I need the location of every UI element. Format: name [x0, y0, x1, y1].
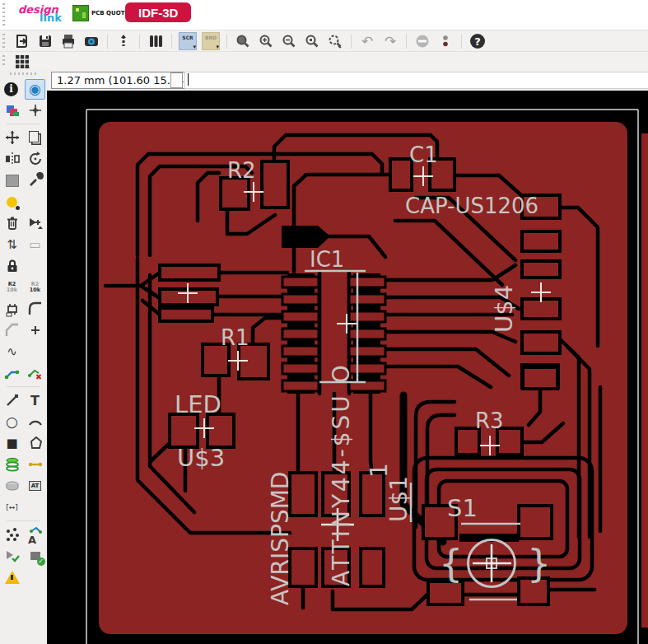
- signal-tool[interactable]: [26, 455, 44, 474]
- pinswap-tool[interactable]: ⇅: [2, 236, 21, 254]
- rect-tool[interactable]: ■: [2, 434, 21, 453]
- library-manager-button[interactable]: [145, 31, 166, 51]
- command-history-box[interactable]: [170, 72, 183, 88]
- zoom-redraw-button[interactable]: [324, 31, 346, 51]
- replace-tool[interactable]: ▭: [26, 236, 44, 254]
- drc-tool[interactable]: [26, 547, 44, 566]
- command-input[interactable]: [184, 72, 648, 89]
- zoom-in-icon: [258, 33, 274, 49]
- erc-tool[interactable]: [2, 547, 21, 566]
- label-r3: R3: [475, 408, 504, 433]
- label-pin1: 1: [366, 463, 393, 478]
- print-button[interactable]: [58, 31, 79, 51]
- name-tool[interactable]: R210k: [2, 278, 21, 297]
- attribute-tool[interactable]: AT: [26, 477, 44, 496]
- wire-tool[interactable]: [2, 391, 21, 410]
- grid-button[interactable]: [12, 52, 33, 72]
- zoom-out-button[interactable]: [278, 31, 300, 51]
- zoom-fit-icon: [235, 33, 251, 49]
- camera-icon: [83, 33, 100, 49]
- ratsnest-tool[interactable]: [2, 525, 21, 544]
- label-u3: U$3: [177, 444, 225, 472]
- ripup-icon: [27, 365, 44, 381]
- label-r2: R2: [227, 158, 256, 183]
- sidebar-drag-handle[interactable]: [10, 72, 37, 75]
- board-switch-button[interactable]: BRD▾: [200, 31, 221, 51]
- copy-tool[interactable]: [26, 128, 44, 147]
- rotate-icon: [27, 151, 44, 167]
- cut-icon: [7, 197, 17, 208]
- smash-icon: [4, 301, 21, 317]
- move-tool[interactable]: [2, 128, 21, 147]
- use-library-button[interactable]: [113, 31, 134, 51]
- toolbar-drag-handle[interactable]: [2, 3, 5, 26]
- design-link-logo[interactable]: design link: [18, 3, 68, 26]
- zoom-fit-button[interactable]: [232, 31, 254, 51]
- delete-tool[interactable]: [2, 214, 21, 233]
- group-tool[interactable]: [2, 171, 21, 190]
- errors-tool[interactable]: [2, 568, 21, 587]
- add-part-tool[interactable]: [26, 214, 44, 233]
- stop-button[interactable]: [412, 31, 433, 51]
- open-button[interactable]: [12, 31, 33, 51]
- zoom-in-button[interactable]: [255, 31, 277, 51]
- circle-tool[interactable]: ○: [2, 413, 21, 432]
- help-icon: ?: [470, 34, 485, 49]
- redo-icon: ↷: [385, 33, 396, 49]
- zoom-select-button[interactable]: [301, 31, 323, 51]
- idf-3d-button[interactable]: IDF-3D: [125, 2, 191, 22]
- zoom-out-icon: [281, 33, 297, 49]
- route-tool[interactable]: [2, 364, 21, 383]
- script-chip: SCR▾: [179, 32, 197, 50]
- export-image-button[interactable]: [81, 31, 102, 51]
- miter-icon: [27, 301, 44, 317]
- mirror-tool[interactable]: [2, 150, 21, 169]
- cut-tool[interactable]: [2, 193, 21, 212]
- s1-bracket-left: {: [439, 541, 463, 586]
- zoom-redraw-icon: [327, 33, 343, 49]
- eye-icon: ◉: [29, 81, 41, 97]
- optimize-tool[interactable]: [26, 321, 44, 340]
- mark-tool[interactable]: [26, 101, 44, 120]
- print-icon: [60, 33, 77, 49]
- toolbar-drag-handle-3[interactable]: [2, 55, 5, 68]
- show-tool[interactable]: ◉: [25, 79, 45, 100]
- info-icon: i: [4, 82, 18, 96]
- change-tool[interactable]: [26, 171, 44, 190]
- arc-tool[interactable]: [26, 413, 44, 432]
- app-header: design link PCB QUOTE IDF-3D: [0, 0, 648, 30]
- board-drawing: R2 C1 CAP-US1206 IC1 ATTINY44-$SU O U$4 …: [47, 91, 648, 644]
- miter-tool[interactable]: [26, 300, 44, 319]
- erc-icon: [4, 548, 21, 564]
- pcb-quote-button[interactable]: PCB QUOTE: [72, 5, 128, 21]
- run-status-button[interactable]: [435, 31, 456, 51]
- toolbar-drag-handle-2[interactable]: [2, 34, 5, 49]
- dimension-tool[interactable]: [↔]: [2, 498, 21, 517]
- lock-tool[interactable]: [2, 257, 21, 276]
- undo-button[interactable]: ↶: [357, 31, 378, 51]
- help-button[interactable]: ?: [467, 31, 488, 51]
- info-tool[interactable]: i: [2, 80, 21, 99]
- text-tool[interactable]: T: [26, 391, 44, 410]
- rotate-tool[interactable]: [26, 150, 44, 169]
- smash-tool[interactable]: [2, 300, 21, 319]
- label-r1: R1: [221, 325, 249, 350]
- replace-icon: ▭: [29, 237, 40, 252]
- redo-button[interactable]: ↷: [380, 31, 401, 51]
- label-led: LED: [175, 390, 221, 418]
- meander-tool[interactable]: ∿: [2, 343, 21, 362]
- board-canvas[interactable]: R2 C1 CAP-US1206 IC1 ATTINY44-$SU O U$4 …: [47, 91, 648, 644]
- autoroute-tool[interactable]: A: [26, 525, 44, 544]
- chevron-down-icon: ▾: [216, 44, 219, 50]
- save-button[interactable]: [35, 31, 56, 51]
- label-avrisp: AVRISPSMD: [267, 472, 294, 605]
- polygon-tool[interactable]: [26, 434, 44, 453]
- value-tool[interactable]: R210k: [26, 278, 44, 297]
- split-tool[interactable]: [2, 321, 21, 340]
- script-button[interactable]: SCR▾: [177, 31, 198, 51]
- ripup-tool[interactable]: [26, 364, 44, 383]
- label-u1: U$1: [385, 476, 413, 522]
- via-tool[interactable]: [2, 455, 21, 474]
- hole-tool[interactable]: [2, 477, 21, 496]
- display-layers-tool[interactable]: [2, 101, 21, 120]
